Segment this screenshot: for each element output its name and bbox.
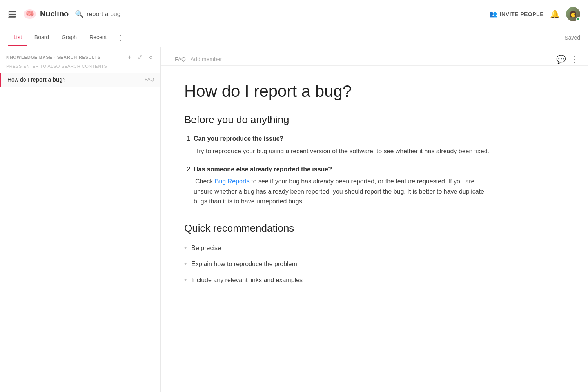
svg-text:🧠: 🧠 bbox=[25, 9, 34, 18]
result-tag: FAQ bbox=[145, 77, 154, 82]
menu-button[interactable] bbox=[8, 11, 16, 18]
sidebar-expand-button[interactable]: ⤢ bbox=[136, 53, 144, 62]
tab-more-button[interactable]: ⋮ bbox=[114, 29, 127, 47]
logo-link[interactable]: 🧠 Nuclino bbox=[23, 9, 69, 20]
item-2-title: Has someone else already reported the is… bbox=[194, 164, 490, 174]
top-nav-right: 👥 INVITE PEOPLE 🔔 👩 bbox=[489, 7, 580, 21]
document-title: How do I report a bug? bbox=[184, 82, 490, 101]
content-area: FAQ Add member 💬 ⋮ How do I report a bug… bbox=[161, 47, 588, 392]
breadcrumb-add-member[interactable]: Add member bbox=[191, 56, 222, 62]
sidebar-section-title: KNOWLEDGE BASE - SEARCH RESULTS bbox=[6, 55, 123, 60]
quick-recs-list: Be precise Explain how to reproduce the … bbox=[184, 242, 490, 285]
breadcrumb-actions: 💬 ⋮ bbox=[556, 54, 579, 64]
sidebar: KNOWLEDGE BASE - SEARCH RESULTS + ⤢ « PR… bbox=[0, 47, 161, 392]
tab-bar: List Board Graph Recent ⋮ Saved bbox=[0, 28, 588, 47]
saved-indicator: Saved bbox=[564, 34, 580, 41]
invite-label: INVITE PEOPLE bbox=[500, 11, 544, 17]
search-result-item[interactable]: How do I report a bug? FAQ bbox=[0, 73, 160, 87]
logo-icon: 🧠 bbox=[23, 9, 37, 20]
more-options-button[interactable]: ⋮ bbox=[571, 54, 579, 64]
section-heading-before: Before you do anything bbox=[184, 114, 490, 126]
comment-button[interactable]: 💬 bbox=[556, 54, 566, 64]
content-body: How do I report a bug? Before you do any… bbox=[161, 66, 514, 314]
sidebar-header: KNOWLEDGE BASE - SEARCH RESULTS + ⤢ « bbox=[0, 47, 160, 64]
user-avatar-wrap: 👩 bbox=[566, 7, 580, 21]
item-2-body: Check Bug Reports to see if your bug has… bbox=[194, 178, 484, 205]
section-heading-quick: Quick recommendations bbox=[184, 222, 490, 234]
tab-graph[interactable]: Graph bbox=[56, 29, 82, 46]
main-layout: KNOWLEDGE BASE - SEARCH RESULTS + ⤢ « PR… bbox=[0, 47, 588, 392]
item-1-title: Can you reproduce the issue? bbox=[194, 134, 490, 144]
sidebar-actions: + ⤢ « bbox=[126, 53, 154, 62]
bullet-item: Explain how to reproduce the problem bbox=[184, 258, 490, 270]
logo-text: Nuclino bbox=[40, 9, 69, 18]
result-title: How do I report a bug? bbox=[7, 76, 66, 83]
search-area: 🔍 report a bug bbox=[75, 10, 483, 18]
bullet-text: Be precise bbox=[191, 243, 221, 253]
breadcrumb-bar: FAQ Add member 💬 ⋮ bbox=[161, 47, 588, 66]
search-query-display: report a bug bbox=[87, 11, 120, 18]
section-quick-recs: Quick recommendations Be precise Explain… bbox=[184, 222, 490, 285]
invite-icon: 👥 bbox=[489, 10, 497, 18]
bullet-text: Include any relevant links and examples bbox=[191, 275, 303, 285]
tab-board[interactable]: Board bbox=[29, 29, 54, 46]
item-1-body: Try to reproduce your bug using a recent… bbox=[194, 148, 489, 154]
bug-reports-link[interactable]: Bug Reports bbox=[215, 178, 250, 185]
tab-recent[interactable]: Recent bbox=[84, 29, 112, 46]
tab-list[interactable]: List bbox=[8, 29, 27, 46]
sidebar-add-button[interactable]: + bbox=[126, 53, 133, 62]
online-indicator bbox=[576, 17, 580, 21]
invite-people-button[interactable]: 👥 INVITE PEOPLE bbox=[489, 10, 544, 18]
top-nav: 🧠 Nuclino 🔍 report a bug 👥 INVITE PEOPLE… bbox=[0, 0, 588, 28]
breadcrumb-faq[interactable]: FAQ bbox=[175, 56, 186, 62]
sidebar-collapse-button[interactable]: « bbox=[147, 53, 154, 62]
sidebar-hint: PRESS ENTER TO ALSO SEARCH CONTENTS bbox=[0, 64, 160, 73]
notification-button[interactable]: 🔔 bbox=[550, 9, 560, 19]
bullet-text: Explain how to reproduce the problem bbox=[191, 259, 297, 269]
bullet-item: Be precise bbox=[184, 242, 490, 254]
list-item: Has someone else already reported the is… bbox=[194, 164, 490, 207]
before-list: Can you reproduce the issue? Try to repr… bbox=[184, 134, 490, 207]
search-icon: 🔍 bbox=[75, 10, 83, 18]
bullet-item: Include any relevant links and examples bbox=[184, 274, 490, 286]
list-item: Can you reproduce the issue? Try to repr… bbox=[194, 134, 490, 156]
